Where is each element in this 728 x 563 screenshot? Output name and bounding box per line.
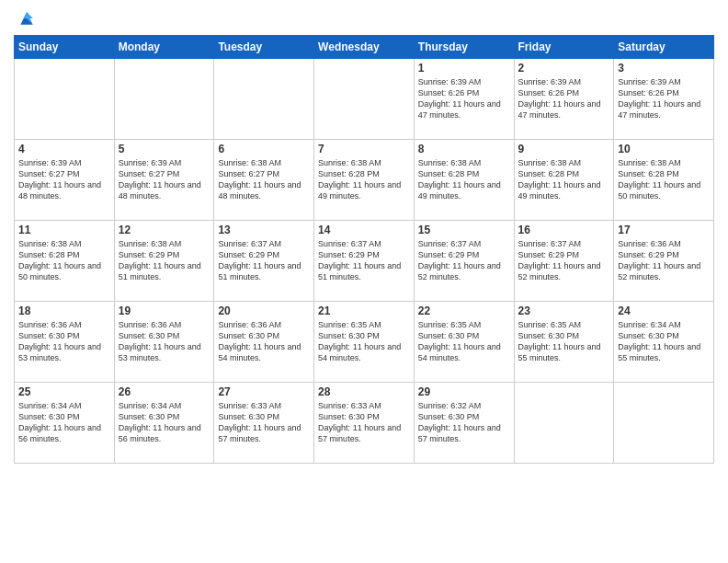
day-number: 19 [119, 304, 210, 317]
calendar-cell: 22Sunrise: 6:35 AM Sunset: 6:30 PM Dayli… [414, 302, 514, 383]
calendar-cell: 23Sunrise: 6:35 AM Sunset: 6:30 PM Dayli… [514, 302, 614, 383]
day-info: Sunrise: 6:36 AM Sunset: 6:30 PM Dayligh… [18, 319, 110, 364]
day-info: Sunrise: 6:39 AM Sunset: 6:26 PM Dayligh… [518, 76, 610, 121]
day-info: Sunrise: 6:33 AM Sunset: 6:30 PM Dayligh… [218, 400, 310, 445]
calendar-cell: 18Sunrise: 6:36 AM Sunset: 6:30 PM Dayli… [15, 302, 115, 383]
calendar-cell: 14Sunrise: 6:37 AM Sunset: 6:29 PM Dayli… [314, 221, 415, 302]
day-number: 10 [618, 143, 710, 155]
calendar-week-row: 25Sunrise: 6:34 AM Sunset: 6:30 PM Dayli… [15, 383, 714, 464]
day-number: 17 [618, 224, 710, 236]
day-info: Sunrise: 6:34 AM Sunset: 6:30 PM Dayligh… [119, 400, 210, 445]
calendar-cell: 12Sunrise: 6:38 AM Sunset: 6:29 PM Dayli… [114, 221, 214, 302]
day-info: Sunrise: 6:38 AM Sunset: 6:28 PM Dayligh… [418, 157, 510, 202]
calendar-week-row: 1Sunrise: 6:39 AM Sunset: 6:26 PM Daylig… [15, 59, 714, 140]
weekday-header: Saturday [614, 36, 714, 59]
day-number: 29 [418, 385, 510, 398]
weekday-header: Thursday [414, 36, 514, 59]
day-info: Sunrise: 6:32 AM Sunset: 6:30 PM Dayligh… [418, 400, 510, 445]
header [14, 9, 714, 28]
day-number: 16 [518, 224, 610, 236]
day-info: Sunrise: 6:35 AM Sunset: 6:30 PM Dayligh… [318, 319, 410, 364]
calendar-cell: 8Sunrise: 6:38 AM Sunset: 6:28 PM Daylig… [414, 140, 514, 221]
calendar: SundayMondayTuesdayWednesdayThursdayFrid… [14, 35, 714, 464]
weekday-header: Monday [114, 36, 214, 59]
day-number: 3 [618, 62, 710, 75]
calendar-cell [15, 59, 115, 140]
day-info: Sunrise: 6:38 AM Sunset: 6:28 PM Dayligh… [618, 157, 710, 202]
calendar-cell: 24Sunrise: 6:34 AM Sunset: 6:30 PM Dayli… [614, 302, 714, 383]
calendar-cell [614, 383, 714, 464]
day-number: 8 [418, 143, 510, 155]
day-info: Sunrise: 6:36 AM Sunset: 6:29 PM Dayligh… [618, 238, 710, 283]
day-number: 25 [18, 385, 110, 398]
calendar-cell: 21Sunrise: 6:35 AM Sunset: 6:30 PM Dayli… [314, 302, 415, 383]
day-info: Sunrise: 6:37 AM Sunset: 6:29 PM Dayligh… [318, 238, 410, 283]
day-number: 9 [518, 143, 610, 155]
day-number: 15 [418, 224, 510, 236]
calendar-cell: 13Sunrise: 6:37 AM Sunset: 6:29 PM Dayli… [214, 221, 314, 302]
calendar-cell: 16Sunrise: 6:37 AM Sunset: 6:29 PM Dayli… [514, 221, 614, 302]
calendar-cell [314, 59, 415, 140]
day-number: 13 [218, 224, 310, 236]
day-number: 4 [18, 143, 110, 155]
day-number: 27 [218, 385, 310, 398]
calendar-cell: 9Sunrise: 6:38 AM Sunset: 6:28 PM Daylig… [514, 140, 614, 221]
calendar-cell [214, 59, 314, 140]
calendar-week-row: 18Sunrise: 6:36 AM Sunset: 6:30 PM Dayli… [15, 302, 714, 383]
weekday-header: Sunday [15, 36, 115, 59]
calendar-cell: 20Sunrise: 6:36 AM Sunset: 6:30 PM Dayli… [214, 302, 314, 383]
calendar-cell: 17Sunrise: 6:36 AM Sunset: 6:29 PM Dayli… [614, 221, 714, 302]
calendar-cell: 15Sunrise: 6:37 AM Sunset: 6:29 PM Dayli… [414, 221, 514, 302]
day-number: 7 [318, 143, 410, 155]
day-info: Sunrise: 6:38 AM Sunset: 6:29 PM Dayligh… [119, 238, 210, 283]
day-number: 6 [218, 143, 310, 155]
page: SundayMondayTuesdayWednesdayThursdayFrid… [0, 0, 728, 563]
day-info: Sunrise: 6:38 AM Sunset: 6:28 PM Dayligh… [518, 157, 610, 202]
calendar-cell: 10Sunrise: 6:38 AM Sunset: 6:28 PM Dayli… [614, 140, 714, 221]
day-info: Sunrise: 6:34 AM Sunset: 6:30 PM Dayligh… [18, 400, 110, 445]
day-info: Sunrise: 6:39 AM Sunset: 6:27 PM Dayligh… [119, 157, 210, 202]
calendar-cell: 2Sunrise: 6:39 AM Sunset: 6:26 PM Daylig… [514, 59, 614, 140]
day-number: 22 [418, 304, 510, 317]
day-info: Sunrise: 6:37 AM Sunset: 6:29 PM Dayligh… [218, 238, 310, 283]
calendar-cell: 5Sunrise: 6:39 AM Sunset: 6:27 PM Daylig… [114, 140, 214, 221]
day-info: Sunrise: 6:36 AM Sunset: 6:30 PM Dayligh… [119, 319, 210, 364]
day-info: Sunrise: 6:38 AM Sunset: 6:28 PM Dayligh… [18, 238, 110, 283]
day-info: Sunrise: 6:36 AM Sunset: 6:30 PM Dayligh… [218, 319, 310, 364]
day-number: 20 [218, 304, 310, 317]
day-number: 12 [119, 224, 210, 236]
weekday-header: Tuesday [214, 36, 314, 59]
day-info: Sunrise: 6:37 AM Sunset: 6:29 PM Dayligh… [418, 238, 510, 283]
day-number: 1 [418, 62, 510, 75]
day-info: Sunrise: 6:34 AM Sunset: 6:30 PM Dayligh… [618, 319, 710, 364]
calendar-cell: 7Sunrise: 6:38 AM Sunset: 6:28 PM Daylig… [314, 140, 415, 221]
calendar-cell: 11Sunrise: 6:38 AM Sunset: 6:28 PM Dayli… [15, 221, 115, 302]
day-number: 5 [119, 143, 210, 155]
calendar-week-row: 4Sunrise: 6:39 AM Sunset: 6:27 PM Daylig… [15, 140, 714, 221]
calendar-cell: 27Sunrise: 6:33 AM Sunset: 6:30 PM Dayli… [214, 383, 314, 464]
calendar-cell: 1Sunrise: 6:39 AM Sunset: 6:26 PM Daylig… [414, 59, 514, 140]
calendar-cell [114, 59, 214, 140]
calendar-cell: 25Sunrise: 6:34 AM Sunset: 6:30 PM Dayli… [15, 383, 115, 464]
day-number: 18 [18, 304, 110, 317]
day-info: Sunrise: 6:38 AM Sunset: 6:27 PM Dayligh… [218, 157, 310, 202]
weekday-header: Friday [514, 36, 614, 59]
day-number: 24 [618, 304, 710, 317]
day-info: Sunrise: 6:39 AM Sunset: 6:27 PM Dayligh… [18, 157, 110, 202]
day-number: 14 [318, 224, 410, 236]
calendar-cell [514, 383, 614, 464]
calendar-cell: 4Sunrise: 6:39 AM Sunset: 6:27 PM Daylig… [15, 140, 115, 221]
day-info: Sunrise: 6:33 AM Sunset: 6:30 PM Dayligh… [318, 400, 410, 445]
calendar-week-row: 11Sunrise: 6:38 AM Sunset: 6:28 PM Dayli… [15, 221, 714, 302]
logo [14, 9, 36, 28]
day-info: Sunrise: 6:38 AM Sunset: 6:28 PM Dayligh… [318, 157, 410, 202]
calendar-cell: 29Sunrise: 6:32 AM Sunset: 6:30 PM Dayli… [414, 383, 514, 464]
day-info: Sunrise: 6:35 AM Sunset: 6:30 PM Dayligh… [518, 319, 610, 364]
logo-icon [17, 9, 36, 28]
day-number: 28 [318, 385, 410, 398]
calendar-cell: 3Sunrise: 6:39 AM Sunset: 6:26 PM Daylig… [614, 59, 714, 140]
day-info: Sunrise: 6:39 AM Sunset: 6:26 PM Dayligh… [418, 76, 510, 121]
weekday-header: Wednesday [314, 36, 415, 59]
weekday-header-row: SundayMondayTuesdayWednesdayThursdayFrid… [15, 36, 714, 59]
calendar-cell: 28Sunrise: 6:33 AM Sunset: 6:30 PM Dayli… [314, 383, 415, 464]
